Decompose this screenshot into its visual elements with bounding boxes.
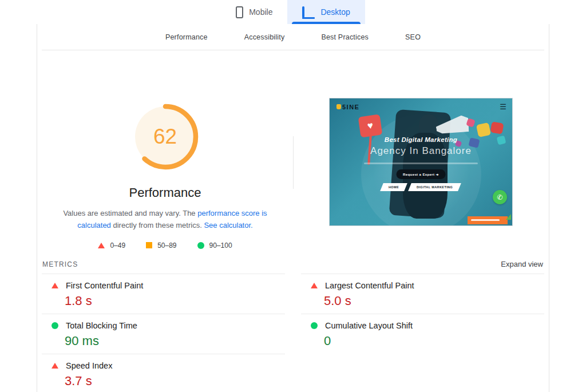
tab-performance[interactable]: Performance <box>165 33 208 41</box>
tab-selected-underline <box>292 22 360 24</box>
metrics-header: METRICS Expand view <box>37 254 549 274</box>
metric-value: 5.0 s <box>324 294 544 308</box>
promo-banner <box>468 216 508 224</box>
fail-triangle-icon <box>52 363 58 369</box>
desktop-laptop-icon <box>302 7 315 17</box>
legend-fail: 0–49 <box>98 241 125 250</box>
disclaimer-text-2: directly from these metrics. <box>111 221 204 229</box>
request-expert-button: Request a Expert ➜ <box>396 169 446 179</box>
metric-value: 3.7 s <box>65 374 285 389</box>
hamburger-menu-icon: ☰ <box>500 103 506 110</box>
metric-cumulative-layout-shift: Cumulative Layout Shift 0 <box>301 314 544 354</box>
metric-name: Largest Contentful Paint <box>325 281 414 290</box>
metric-empty-cell <box>301 354 544 392</box>
legend-pass: 90–100 <box>197 241 232 250</box>
see-calculator-link[interactable]: See calculator. <box>204 221 252 229</box>
nav-home-button: HOME <box>381 183 408 191</box>
metric-value: 90 ms <box>65 334 285 349</box>
legend-fail-range: 0–49 <box>110 241 125 250</box>
metrics-title: METRICS <box>42 260 78 268</box>
hero-divider <box>293 136 294 189</box>
tab-desktop-label: Desktop <box>320 7 350 17</box>
screenshot-column: ♥ 5INE ☰ Best Digital Marketing Agency I… <box>293 50 549 254</box>
promo-banner-flag <box>506 214 511 220</box>
fail-triangle-icon <box>52 283 58 288</box>
performance-score: 62 <box>132 104 199 170</box>
metric-total-blocking-time: Total Blocking Time 90 ms <box>42 314 285 354</box>
tab-seo[interactable]: SEO <box>405 33 421 41</box>
metric-name: Total Blocking Time <box>66 321 137 330</box>
mobile-phone-icon <box>236 6 243 18</box>
tab-mobile-label: Mobile <box>249 7 272 17</box>
metric-first-contentful-paint: First Contentful Paint 1.8 s <box>42 274 285 314</box>
tab-desktop[interactable]: Desktop <box>287 0 365 24</box>
whatsapp-icon: ✆ <box>493 190 507 204</box>
metrics-grid: First Contentful Paint 1.8 s Largest Con… <box>37 274 549 392</box>
fail-triangle-icon <box>311 283 318 288</box>
site-header: 5INE ☰ <box>336 103 506 110</box>
social-icon <box>476 122 491 137</box>
score-disclaimer: Values are estimated and may vary. The p… <box>47 208 283 232</box>
metric-name: Cumulative Layout Shift <box>325 321 413 330</box>
pass-circle-icon <box>52 322 58 329</box>
average-square-icon <box>146 242 152 248</box>
legend-pass-range: 90–100 <box>209 241 232 250</box>
site-hero-subtitle: Agency In Bangalore <box>330 145 512 157</box>
site-nav-buttons: HOME DIGITAL MARKETING <box>330 183 512 191</box>
metric-name: First Contentful Paint <box>66 281 143 290</box>
pass-circle-icon <box>197 242 204 249</box>
metric-largest-contentful-paint: Largest Contentful Paint 5.0 s <box>301 274 544 314</box>
score-section: 62 Performance Values are estimated and … <box>37 50 549 254</box>
score-column: 62 Performance Values are estimated and … <box>37 50 293 254</box>
legend-average-range: 50–89 <box>157 241 176 250</box>
metric-value: 1.8 s <box>65 294 285 308</box>
device-tab-bar: Mobile Desktop <box>0 0 586 24</box>
performance-gauge: 62 <box>132 104 199 170</box>
page-screenshot: ♥ 5INE ☰ Best Digital Marketing Agency I… <box>329 98 513 226</box>
fail-triangle-icon <box>98 243 105 248</box>
site-hero-title: Best Digital Marketing <box>330 136 512 143</box>
site-logo-icon <box>336 104 341 109</box>
score-title: Performance <box>129 185 201 200</box>
like-icon: ♥ <box>358 114 383 138</box>
legend-average: 50–89 <box>146 241 176 250</box>
site-logo-text: 5INE <box>342 104 359 110</box>
nav-digital-marketing-button: DIGITAL MARKETING <box>409 183 462 191</box>
expand-view-button[interactable]: Expand view <box>501 260 543 268</box>
site-hero-paragraph <box>364 163 478 164</box>
site-logo: 5INE <box>336 104 359 110</box>
pass-circle-icon <box>311 322 318 329</box>
category-tab-bar: Performance Accessibility Best Practices… <box>37 24 549 50</box>
disclaimer-text-1: Values are estimated and may vary. The <box>63 209 197 217</box>
metric-speed-index: Speed Index 3.7 s <box>42 354 285 392</box>
tab-mobile[interactable]: Mobile <box>221 0 287 24</box>
social-icon <box>490 121 504 134</box>
metric-name: Speed Index <box>66 361 112 370</box>
tab-best-practices[interactable]: Best Practices <box>321 33 369 41</box>
score-legend: 0–49 50–89 90–100 <box>98 241 232 250</box>
promo-banner-text <box>471 219 500 221</box>
metric-value: 0 <box>324 334 544 349</box>
tab-accessibility[interactable]: Accessibility <box>244 33 285 41</box>
report-card: Performance Accessibility Best Practices… <box>37 24 549 392</box>
